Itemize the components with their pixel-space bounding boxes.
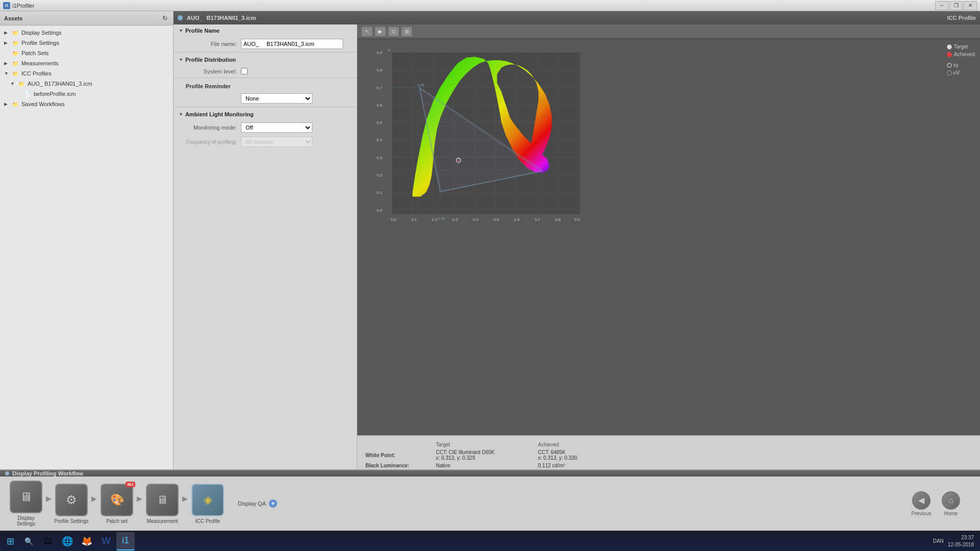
sidebar-item-measurements[interactable]: ▶ 📁 Measurements — [0, 58, 173, 68]
xy-radio[interactable]: xy — [947, 62, 975, 68]
svg-text:0.3: 0.3 — [452, 217, 458, 222]
sidebar-tree: ▶ 📁 Display Settings ▶ 📁 Profile Setting… — [0, 26, 173, 512]
target-dot-icon — [947, 44, 952, 49]
minimize-button[interactable]: ─ — [935, 1, 948, 10]
uv-radio[interactable]: uV — [947, 70, 975, 76]
sidebar-header: Assets ↻ — [0, 11, 173, 26]
xy-radio-icon — [947, 63, 952, 68]
icc-profile-step-label: ICC Profile — [190, 518, 226, 524]
search-button[interactable]: 🔍 — [20, 533, 37, 549]
display-qa-button[interactable]: Display QA + — [238, 499, 277, 508]
folder-icon: 📁 — [11, 49, 19, 57]
workflow-step-patch-set[interactable]: 461 🎨 Patch set — [99, 484, 135, 524]
workflow-content: 🖥 Display Settings ▶ ⚙ Profile Settings … — [0, 477, 980, 531]
icc-content: ▼ Profile Name File name: ▼ Profile Dist… — [174, 24, 980, 512]
svg-text:0.15: 0.15 — [438, 217, 445, 220]
black-luminance-achieved: 0.112 cd/m² — [534, 462, 972, 469]
sidebar-item-before-profile[interactable]: 📄 beforeProfile.icm — [0, 89, 173, 99]
white-point-row: White Point: CCT: CIE Illuminant D65K x:… — [365, 448, 972, 462]
section-divider — [174, 107, 357, 107]
workflow-step-display-settings[interactable]: 🖥 Display Settings — [8, 481, 44, 527]
sidebar-item-label: ICC Profiles — [21, 70, 52, 77]
step-arrow-1: ▶ — [46, 494, 52, 503]
taskbar-right: DAN 23:37 12-05-2018 — [927, 534, 980, 548]
uv-radio-icon — [947, 70, 952, 76]
workflow-dot-icon — [5, 471, 9, 475]
monitoring-mode-select[interactable]: Off On — [241, 122, 312, 133]
svg-text:0.6: 0.6 — [514, 217, 520, 222]
svg-text:0.8: 0.8 — [555, 217, 561, 222]
play-tool-button[interactable]: ▶ — [375, 27, 386, 37]
taskbar-app-i1profiler[interactable]: i1 — [116, 532, 135, 550]
svg-text:0.4: 0.4 — [377, 138, 382, 142]
black-luminance-label: Black Luminance: — [365, 462, 432, 469]
profile-name-section-label: Profile Name — [185, 28, 219, 34]
ambient-light-label: Ambient Light Monitoring — [185, 111, 254, 117]
workflow-step-icc-profile[interactable]: ◈ ICC Profile — [190, 484, 226, 524]
target-label: Target — [954, 44, 968, 49]
file-name-input[interactable] — [241, 39, 343, 49]
svg-text:0.2: 0.2 — [377, 173, 382, 178]
sidebar-item-patch-sets[interactable]: 📁 Patch Sets — [0, 48, 173, 58]
sidebar-item-auo-profile[interactable]: ▼ 📁 AUO_ B173HAN01_3.icm — [0, 79, 173, 89]
sidebar-item-label: Measurements — [21, 60, 59, 66]
profile-distribution-section[interactable]: ▼ Profile Distribution — [174, 54, 357, 66]
taskbar-app-edge[interactable]: 🌐 — [58, 532, 77, 550]
nav-buttons: ◀ Previous ⌂ Home — [909, 491, 972, 516]
arrow-icon: ▼ — [4, 71, 10, 76]
taskbar: ⊞ 🔍 🗂 🌐 🦊 W i1 DAN 23:37 12-05-2018 — [0, 531, 980, 551]
workflow-step-measurement[interactable]: 🖥 Measurement — [144, 484, 180, 524]
title-bar-left: i1 i1Profiler — [3, 2, 34, 9]
start-button[interactable]: ⊞ — [0, 531, 20, 552]
refresh-button[interactable]: ↻ — [161, 14, 169, 22]
sidebar-item-label: Display Settings — [21, 30, 62, 36]
sidebar-item-icc-profiles[interactable]: ▼ 📁 ICC Profiles — [0, 68, 173, 79]
zoom-tool-button[interactable]: ⊞ — [401, 27, 412, 37]
taskbar-time: 23:37 — [948, 534, 974, 541]
system-level-checkbox[interactable] — [241, 68, 248, 74]
patch-set-step-icon: 461 🎨 — [101, 484, 133, 516]
display-settings-step-label: Display Settings — [8, 515, 44, 527]
profile-reminder-select[interactable]: None Daily Weekly — [241, 93, 312, 104]
sidebar-item-label: beforeProfile.icm — [34, 91, 76, 97]
arrow-icon: ▶ — [4, 102, 10, 107]
profile-name-section[interactable]: ▼ Profile Name — [174, 24, 357, 37]
sidebar-item-saved-workflows[interactable]: ▶ 📁 Saved Workflows — [0, 99, 173, 109]
svg-text:Y: Y — [387, 48, 390, 53]
home-nav-icon: ⌂ — [942, 491, 960, 510]
cursor-tool-button[interactable]: ↖ — [361, 27, 373, 37]
svg-text:0.9: 0.9 — [377, 51, 382, 55]
section-arrow-icon: ▼ — [179, 28, 183, 33]
taskbar-apps: 🗂 🌐 🦊 W i1 — [37, 532, 137, 550]
sidebar-item-profile-settings[interactable]: ▶ 📁 Profile Settings — [0, 38, 173, 48]
taskbar-app-firefox[interactable]: 🦊 — [78, 532, 96, 550]
achieved-legend: Achieved — [947, 52, 975, 57]
restore-button[interactable]: ❐ — [949, 1, 963, 10]
taskbar-app-word[interactable]: W — [97, 532, 115, 550]
profile-distribution-label: Profile Distribution — [185, 57, 236, 63]
content-area: AUO_ B173HAN01_3.icm ICC Profile ▼ Profi… — [174, 11, 980, 512]
workflow-step-profile-settings[interactable]: ⚙ Profile Settings — [54, 484, 89, 524]
svg-text:0.5: 0.5 — [494, 217, 499, 222]
workflow-bar: Display Profiling Workflow 🖥 Display Set… — [0, 469, 980, 531]
sidebar-item-display-settings[interactable]: ▶ 📁 Display Settings — [0, 28, 173, 38]
ambient-light-section[interactable]: ▼ Ambient Light Monitoring — [174, 108, 357, 120]
svg-text:0.16: 0.16 — [418, 83, 425, 87]
system-level-row: System level: — [174, 66, 357, 77]
col-header-empty — [365, 441, 432, 448]
svg-text:0.2: 0.2 — [432, 217, 437, 222]
frequency-select[interactable]: 60 minutes — [241, 137, 312, 147]
file-name-label: File name: — [186, 41, 237, 47]
monitoring-mode-label: Monitoring mode: — [186, 124, 237, 131]
previous-nav-button[interactable]: ◀ Previous — [909, 491, 934, 516]
white-point-label: White Point: — [365, 448, 432, 462]
close-button[interactable]: ✕ — [964, 1, 977, 10]
taskbar-app-explorer[interactable]: 🗂 — [39, 532, 57, 550]
col-header-target: Target — [432, 441, 534, 448]
frequency-row: Frequency of profiling: 60 minutes — [174, 135, 357, 149]
home-nav-button[interactable]: ⌂ Home — [938, 491, 964, 516]
sidebar-title: Assets — [4, 15, 22, 21]
fit-tool-button[interactable]: ⊡ — [388, 27, 399, 37]
folder-icon: 📁 — [11, 70, 19, 77]
section-arrow-icon: ▼ — [179, 112, 183, 117]
